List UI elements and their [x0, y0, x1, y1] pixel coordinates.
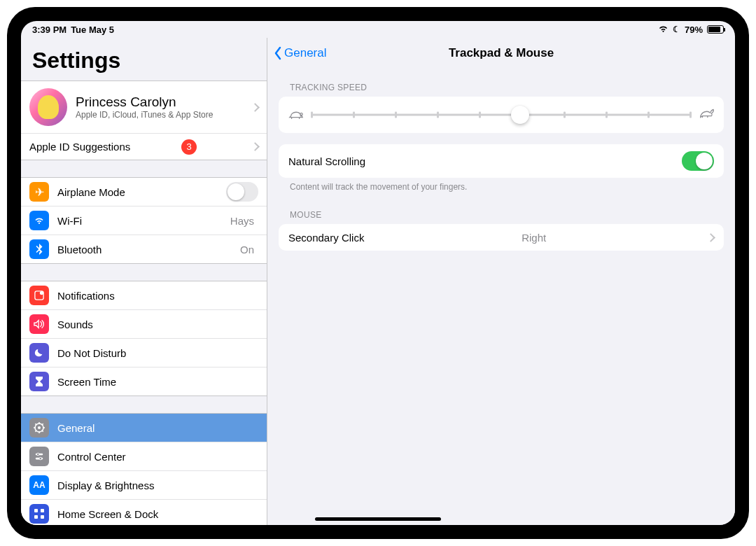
svg-rect-9: [41, 509, 44, 512]
apple-id-suggestions-badge: 3: [181, 139, 197, 155]
screentime-label: Screen Time: [57, 376, 116, 388]
general-label: General: [57, 422, 94, 434]
sounds-icon: [29, 314, 49, 334]
screen: 3:39 PM Tue May 5 ☾ 79% Settings: [21, 21, 735, 525]
sidebar-item-airplane[interactable]: ✈ Airplane Mode: [21, 178, 267, 206]
bluetooth-value: On: [240, 244, 258, 255]
svg-point-3: [38, 426, 41, 429]
wifi-value: Hays: [230, 215, 258, 227]
detail-pane: General Trackpad & Mouse TRACKING SPEED: [267, 38, 735, 525]
sidebar-item-wifi[interactable]: Wi-Fi Hays: [21, 206, 267, 234]
screentime-icon: [29, 372, 49, 391]
notifications-label: Notifications: [57, 290, 115, 302]
home-label: Home Screen & Dock: [57, 508, 158, 520]
mouse-header: MOUSE: [279, 196, 724, 224]
sidebar-item-home[interactable]: Home Screen & Dock: [21, 499, 267, 525]
airplane-icon: ✈: [29, 182, 49, 202]
sidebar-item-screentime[interactable]: Screen Time: [21, 367, 267, 396]
wifi-label: Wi-Fi: [57, 215, 82, 227]
profile-name: Princess Carolyn: [76, 94, 213, 110]
wifi-icon: [658, 24, 668, 35]
svg-point-6: [37, 453, 40, 456]
bluetooth-label: Bluetooth: [57, 244, 102, 255]
dnd-icon: ☾: [673, 24, 680, 34]
svg-point-7: [39, 457, 42, 460]
back-button[interactable]: General: [267, 46, 326, 60]
svg-rect-10: [34, 515, 38, 519]
apple-id-suggestions-label: Apple ID Suggestions: [29, 141, 130, 153]
svg-point-1: [40, 291, 43, 295]
home-indicator[interactable]: [315, 517, 441, 521]
secondary-click-row[interactable]: Secondary Click Right: [279, 224, 724, 251]
secondary-click-label: Secondary Click: [288, 232, 364, 244]
profile-subtitle: Apple ID, iCloud, iTunes & App Store: [76, 110, 213, 120]
natural-scrolling-switch[interactable]: [682, 151, 714, 171]
display-label: Display & Brightness: [57, 479, 154, 491]
control-center-icon: [29, 447, 49, 466]
sidebar-item-general[interactable]: General: [21, 414, 267, 442]
airplane-label: Airplane Mode: [57, 186, 125, 198]
display-icon: AA: [29, 475, 49, 495]
slider-thumb[interactable]: [511, 106, 529, 124]
general-icon: [29, 418, 49, 438]
svg-rect-11: [41, 515, 44, 519]
avatar: [29, 88, 67, 126]
battery-icon: [707, 25, 724, 34]
profile-row[interactable]: Princess Carolyn Apple ID, iCloud, iTune…: [21, 81, 267, 133]
sidebar-item-notifications[interactable]: Notifications: [21, 281, 267, 309]
back-label: General: [284, 46, 326, 60]
nav-title: Trackpad & Mouse: [267, 46, 735, 60]
home-icon: [29, 504, 49, 524]
sounds-label: Sounds: [57, 318, 93, 330]
secondary-click-value: Right: [522, 232, 550, 244]
tracking-speed-slider[interactable]: [311, 105, 692, 125]
bluetooth-icon: [29, 239, 49, 259]
sidebar-item-bluetooth[interactable]: Bluetooth On: [21, 234, 267, 263]
natural-scrolling-label: Natural Scrolling: [288, 155, 365, 167]
sidebar-title: Settings: [32, 48, 255, 74]
natural-scrolling-footnote: Content will track the movement of your …: [279, 178, 724, 196]
notifications-icon: [29, 286, 49, 305]
battery-percent: 79%: [685, 24, 703, 35]
wifi-settings-icon: [29, 211, 49, 230]
tortoise-icon: [288, 108, 304, 122]
dnd-label: Do Not Disturb: [57, 347, 126, 359]
ipad-frame: 3:39 PM Tue May 5 ☾ 79% Settings: [7, 7, 749, 539]
apple-id-suggestions-row[interactable]: Apple ID Suggestions 3: [21, 133, 267, 160]
dnd-settings-icon: [29, 343, 49, 363]
sidebar-item-dnd[interactable]: Do Not Disturb: [21, 338, 267, 367]
tracking-speed-slider-row: [279, 97, 724, 133]
hare-icon: [699, 108, 714, 122]
status-bar: 3:39 PM Tue May 5 ☾ 79%: [21, 21, 735, 38]
svg-rect-8: [34, 509, 38, 512]
status-date: Tue May 5: [71, 24, 114, 35]
sidebar-item-control-center[interactable]: Control Center: [21, 442, 267, 470]
sidebar-item-display[interactable]: AA Display & Brightness: [21, 470, 267, 499]
navbar: General Trackpad & Mouse: [267, 38, 735, 69]
settings-sidebar[interactable]: Settings Princess Carolyn Apple ID, iClo…: [21, 38, 267, 525]
airplane-switch[interactable]: [226, 182, 258, 202]
tracking-speed-header: TRACKING SPEED: [279, 69, 724, 97]
natural-scrolling-row[interactable]: Natural Scrolling: [279, 144, 724, 178]
sidebar-item-sounds[interactable]: Sounds: [21, 309, 267, 338]
status-time: 3:39 PM: [32, 24, 66, 35]
control-center-label: Control Center: [57, 451, 126, 463]
